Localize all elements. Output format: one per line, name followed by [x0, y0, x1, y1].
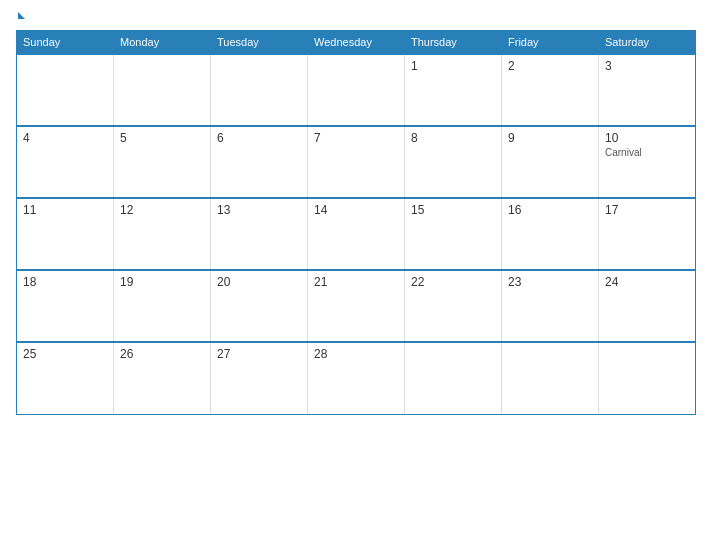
weekday-monday: Monday	[114, 31, 211, 55]
day-cell: 9	[502, 126, 599, 198]
day-cell: 27	[211, 342, 308, 414]
day-cell: 5	[114, 126, 211, 198]
weekday-saturday: Saturday	[599, 31, 696, 55]
day-number: 2	[508, 59, 592, 73]
day-cell: 8	[405, 126, 502, 198]
weekday-sunday: Sunday	[17, 31, 114, 55]
calendar-container: SundayMondayTuesdayWednesdayThursdayFrid…	[0, 0, 712, 550]
day-number: 7	[314, 131, 398, 145]
day-cell: 26	[114, 342, 211, 414]
calendar-table: SundayMondayTuesdayWednesdayThursdayFrid…	[16, 30, 696, 415]
day-cell: 18	[17, 270, 114, 342]
day-number: 1	[411, 59, 495, 73]
day-number: 15	[411, 203, 495, 217]
weekday-friday: Friday	[502, 31, 599, 55]
day-cell	[405, 342, 502, 414]
day-number: 18	[23, 275, 107, 289]
week-row-2: 11121314151617	[17, 198, 696, 270]
day-cell: 25	[17, 342, 114, 414]
day-cell: 23	[502, 270, 599, 342]
day-event: Carnival	[605, 147, 689, 158]
day-cell: 15	[405, 198, 502, 270]
logo-triangle-icon	[18, 12, 25, 19]
day-cell	[599, 342, 696, 414]
day-cell	[114, 54, 211, 126]
week-row-1: 45678910Carnival	[17, 126, 696, 198]
day-number: 25	[23, 347, 107, 361]
day-number: 9	[508, 131, 592, 145]
day-number: 19	[120, 275, 204, 289]
day-number: 10	[605, 131, 689, 145]
day-number: 20	[217, 275, 301, 289]
weekday-thursday: Thursday	[405, 31, 502, 55]
day-number: 5	[120, 131, 204, 145]
week-row-0: 123	[17, 54, 696, 126]
day-number: 13	[217, 203, 301, 217]
day-cell	[17, 54, 114, 126]
day-number: 3	[605, 59, 689, 73]
day-number: 22	[411, 275, 495, 289]
day-number: 12	[120, 203, 204, 217]
day-number: 28	[314, 347, 398, 361]
day-cell: 22	[405, 270, 502, 342]
day-number: 14	[314, 203, 398, 217]
day-cell: 17	[599, 198, 696, 270]
day-number: 26	[120, 347, 204, 361]
day-cell: 13	[211, 198, 308, 270]
day-cell	[211, 54, 308, 126]
week-row-4: 25262728	[17, 342, 696, 414]
day-cell: 1	[405, 54, 502, 126]
day-cell: 10Carnival	[599, 126, 696, 198]
day-cell: 21	[308, 270, 405, 342]
day-cell: 12	[114, 198, 211, 270]
day-cell: 20	[211, 270, 308, 342]
weekday-header-row: SundayMondayTuesdayWednesdayThursdayFrid…	[17, 31, 696, 55]
day-number: 24	[605, 275, 689, 289]
day-cell	[502, 342, 599, 414]
day-number: 4	[23, 131, 107, 145]
day-cell: 3	[599, 54, 696, 126]
day-cell: 16	[502, 198, 599, 270]
day-number: 11	[23, 203, 107, 217]
day-cell: 2	[502, 54, 599, 126]
calendar-header	[16, 12, 696, 20]
logo-blue-text	[16, 12, 25, 20]
day-cell	[308, 54, 405, 126]
day-number: 8	[411, 131, 495, 145]
day-cell: 19	[114, 270, 211, 342]
day-cell: 28	[308, 342, 405, 414]
day-number: 17	[605, 203, 689, 217]
logo	[16, 12, 25, 20]
weekday-tuesday: Tuesday	[211, 31, 308, 55]
day-number: 6	[217, 131, 301, 145]
day-cell: 7	[308, 126, 405, 198]
day-number: 16	[508, 203, 592, 217]
day-cell: 4	[17, 126, 114, 198]
week-row-3: 18192021222324	[17, 270, 696, 342]
day-cell: 14	[308, 198, 405, 270]
day-cell: 24	[599, 270, 696, 342]
day-cell: 6	[211, 126, 308, 198]
day-cell: 11	[17, 198, 114, 270]
day-number: 23	[508, 275, 592, 289]
weekday-wednesday: Wednesday	[308, 31, 405, 55]
day-number: 27	[217, 347, 301, 361]
day-number: 21	[314, 275, 398, 289]
